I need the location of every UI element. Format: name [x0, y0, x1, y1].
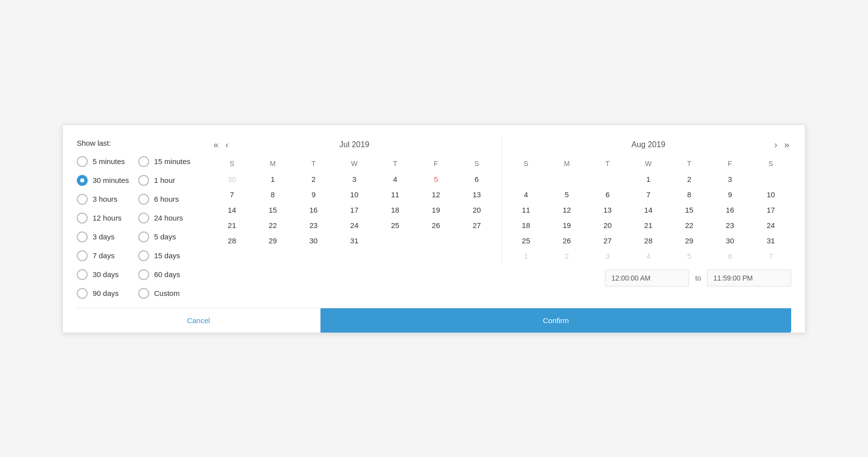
weekday-header: S: [212, 158, 252, 171]
calendar-day[interactable]: 22: [252, 218, 293, 233]
jul-calendar-header: « ‹ Jul 2019: [212, 137, 497, 153]
calendar-day[interactable]: 13: [587, 202, 628, 218]
calendar-day[interactable]: 12: [416, 187, 456, 202]
calendar-day[interactable]: 5: [546, 187, 587, 202]
cancel-button[interactable]: Cancel: [77, 308, 321, 333]
calendar-day[interactable]: 9: [709, 187, 750, 202]
calendar-day[interactable]: 29: [252, 233, 293, 248]
calendar-day[interactable]: 30: [293, 233, 334, 248]
calendars-row: « ‹ Jul 2019 SMTWTFS30123456789101112131…: [212, 137, 791, 264]
calendar-day[interactable]: 13: [456, 187, 497, 202]
calendar-day[interactable]: 28: [212, 233, 252, 248]
radio-circle-r3d: [77, 231, 88, 242]
weekday-header: F: [709, 158, 750, 171]
radio-item-r15m[interactable]: 15 minutes: [138, 156, 196, 167]
calendar-day[interactable]: 21: [628, 218, 669, 233]
next-year-btn[interactable]: »: [782, 140, 791, 149]
radio-item-r3h[interactable]: 3 hours: [77, 194, 134, 205]
radio-item-rcu[interactable]: Custom: [138, 288, 196, 299]
radio-item-r30m[interactable]: 30 minutes: [77, 175, 134, 186]
calendar-day[interactable]: 11: [375, 187, 415, 202]
radio-item-r1h[interactable]: 1 hour: [138, 175, 196, 186]
calendar-day[interactable]: 23: [293, 218, 334, 233]
time-to-input[interactable]: [707, 270, 791, 286]
calendar-day[interactable]: 4: [375, 171, 415, 187]
calendar-day[interactable]: 18: [506, 218, 546, 233]
radio-circle-r24h: [138, 213, 149, 224]
calendar-day[interactable]: 14: [212, 202, 252, 218]
calendar-day[interactable]: 25: [506, 233, 546, 248]
prev-year-btn[interactable]: «: [212, 140, 220, 149]
calendar-day[interactable]: 18: [375, 202, 415, 218]
calendar-day[interactable]: 14: [628, 202, 669, 218]
radio-item-r15d[interactable]: 15 days: [138, 250, 196, 261]
calendar-day: [456, 233, 497, 248]
calendar-day[interactable]: 6: [587, 187, 628, 202]
calendar-day[interactable]: 3: [334, 171, 375, 187]
calendar-day[interactable]: 24: [334, 218, 375, 233]
calendar-day[interactable]: 26: [546, 233, 587, 248]
calendar-day[interactable]: 16: [293, 202, 334, 218]
radio-circle-r5d: [138, 231, 149, 242]
calendar-day[interactable]: 7: [628, 187, 669, 202]
calendar-day[interactable]: 10: [334, 187, 375, 202]
calendar-day[interactable]: 1: [252, 171, 293, 187]
calendar-day: 6: [709, 248, 750, 264]
calendar-day[interactable]: 30: [709, 233, 750, 248]
calendar-day[interactable]: 25: [375, 218, 415, 233]
calendar-day: [506, 171, 546, 187]
radio-item-r5m[interactable]: 5 minutes: [77, 156, 134, 167]
calendar-day[interactable]: 8: [252, 187, 293, 202]
prev-month-btn[interactable]: ‹: [223, 140, 230, 149]
calendar-day: [375, 233, 415, 248]
calendar-day[interactable]: 2: [293, 171, 334, 187]
calendar-day: 3: [587, 248, 628, 264]
calendar-day[interactable]: 31: [751, 233, 791, 248]
calendar-day[interactable]: 8: [669, 187, 709, 202]
radio-item-r5d[interactable]: 5 days: [138, 231, 196, 242]
calendar-day[interactable]: 26: [416, 218, 456, 233]
calendar-day[interactable]: 19: [546, 218, 587, 233]
radio-label-r3d: 3 days: [93, 232, 114, 241]
calendar-day[interactable]: 19: [416, 202, 456, 218]
calendar-day[interactable]: 4: [506, 187, 546, 202]
calendar-day[interactable]: 20: [587, 218, 628, 233]
radio-item-r90d[interactable]: 90 days: [77, 288, 134, 299]
calendar-day[interactable]: 20: [456, 202, 497, 218]
calendar-day[interactable]: 12: [546, 202, 587, 218]
radio-label-r12h: 12 hours: [93, 214, 121, 222]
radio-item-r6h[interactable]: 6 hours: [138, 194, 196, 205]
calendar-day[interactable]: 17: [751, 202, 791, 218]
time-from-input[interactable]: [605, 270, 689, 286]
calendar-day[interactable]: 31: [334, 233, 375, 248]
radio-item-r12h[interactable]: 12 hours: [77, 213, 134, 224]
radio-item-r60d[interactable]: 60 days: [138, 269, 196, 280]
calendar-day[interactable]: 7: [212, 187, 252, 202]
calendar-day[interactable]: 2: [669, 171, 709, 187]
radio-item-r30d[interactable]: 30 days: [77, 269, 134, 280]
calendar-day[interactable]: 22: [669, 218, 709, 233]
calendar-day[interactable]: 29: [669, 233, 709, 248]
confirm-button[interactable]: Confirm: [321, 308, 791, 333]
calendar-day[interactable]: 27: [587, 233, 628, 248]
calendar-day[interactable]: 23: [709, 218, 750, 233]
next-month-btn[interactable]: ›: [772, 140, 779, 149]
calendar-day[interactable]: 15: [669, 202, 709, 218]
calendar-day[interactable]: 9: [293, 187, 334, 202]
calendar-day[interactable]: 28: [628, 233, 669, 248]
calendar-day[interactable]: 21: [212, 218, 252, 233]
calendar-day[interactable]: 27: [456, 218, 497, 233]
radio-item-r24h[interactable]: 24 hours: [138, 213, 196, 224]
calendar-day[interactable]: 5: [416, 171, 456, 187]
calendar-day[interactable]: 11: [506, 202, 546, 218]
radio-item-r3d[interactable]: 3 days: [77, 231, 134, 242]
radio-item-r7d[interactable]: 7 days: [77, 250, 134, 261]
calendar-day[interactable]: 17: [334, 202, 375, 218]
calendar-day[interactable]: 10: [751, 187, 791, 202]
calendar-day[interactable]: 24: [751, 218, 791, 233]
calendar-day[interactable]: 3: [709, 171, 750, 187]
calendar-day[interactable]: 15: [252, 202, 293, 218]
calendar-day[interactable]: 6: [456, 171, 497, 187]
calendar-day[interactable]: 16: [709, 202, 750, 218]
calendar-day[interactable]: 1: [628, 171, 669, 187]
